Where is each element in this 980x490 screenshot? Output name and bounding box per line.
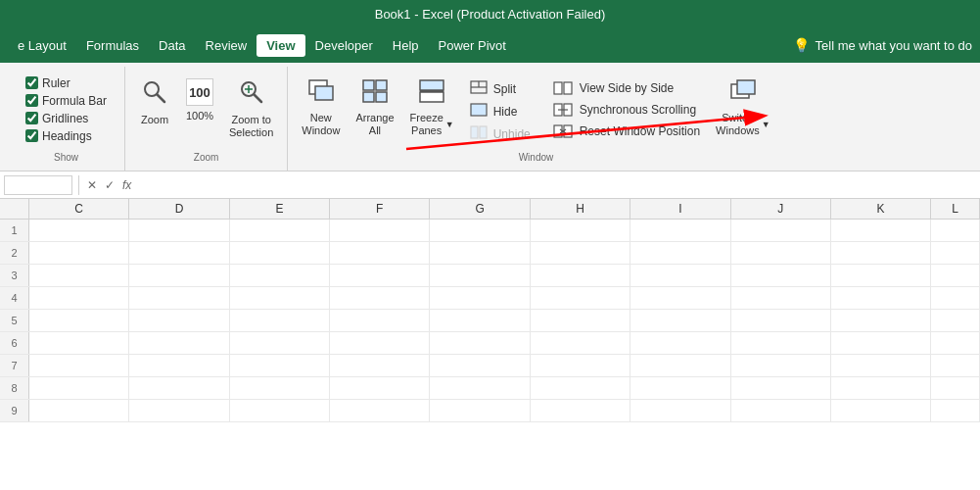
cell[interactable]	[430, 265, 530, 286]
formula-bar-checkbox[interactable]: Formula Bar	[25, 94, 107, 108]
cell[interactable]	[129, 377, 229, 399]
cell[interactable]	[630, 400, 730, 421]
cell[interactable]	[330, 220, 430, 241]
cell[interactable]	[230, 332, 330, 354]
cancel-icon[interactable]: ✕	[85, 178, 99, 192]
cell[interactable]	[29, 400, 129, 421]
cell[interactable]	[330, 400, 430, 421]
hide-button[interactable]: Hide	[464, 101, 542, 122]
view-side-by-side-button[interactable]: View Side by Side	[546, 78, 706, 98]
cell[interactable]	[931, 265, 980, 286]
cell[interactable]	[230, 287, 330, 309]
cell[interactable]	[831, 377, 931, 399]
cell[interactable]	[731, 242, 831, 264]
cell[interactable]	[129, 355, 229, 376]
cell[interactable]	[330, 310, 430, 331]
ruler-checkbox[interactable]: Ruler	[25, 76, 107, 90]
cell[interactable]	[630, 265, 730, 286]
cell[interactable]	[430, 377, 530, 399]
cell[interactable]	[330, 332, 430, 354]
cell[interactable]	[731, 287, 831, 309]
cell[interactable]	[831, 287, 931, 309]
zoom-button[interactable]: Zoom	[133, 74, 176, 130]
cell[interactable]	[129, 287, 229, 309]
cell[interactable]	[29, 242, 129, 264]
menu-item-review[interactable]: Review	[196, 34, 257, 57]
cell[interactable]	[430, 310, 530, 331]
cell[interactable]	[531, 220, 630, 241]
cell[interactable]	[430, 242, 530, 264]
cell[interactable]	[731, 265, 831, 286]
cell[interactable]	[931, 377, 980, 399]
cell[interactable]	[630, 355, 730, 376]
reset-window-position-button[interactable]: Reset Window Position	[546, 122, 706, 141]
cell[interactable]	[531, 377, 630, 399]
cell[interactable]	[630, 242, 730, 264]
cell[interactable]	[330, 287, 430, 309]
cell[interactable]	[330, 265, 430, 286]
cell[interactable]	[330, 355, 430, 376]
cell[interactable]	[230, 310, 330, 331]
cell[interactable]	[129, 332, 229, 354]
cell[interactable]	[29, 332, 129, 354]
arrange-all-button[interactable]: Arrange All	[350, 74, 399, 141]
switch-windows-button[interactable]: Switch Windows ▼	[710, 74, 776, 141]
headings-checkbox[interactable]: Headings	[25, 129, 107, 143]
new-window-button[interactable]: New Window	[296, 74, 346, 141]
split-button[interactable]: Split	[464, 78, 542, 99]
formula-input[interactable]	[137, 178, 976, 192]
cell[interactable]	[831, 332, 931, 354]
name-box[interactable]	[4, 175, 72, 195]
cell[interactable]	[731, 220, 831, 241]
cell[interactable]	[29, 265, 129, 286]
cell[interactable]	[430, 400, 530, 421]
gridlines-checkbox[interactable]: Gridlines	[25, 112, 107, 125]
cell[interactable]	[129, 220, 229, 241]
zoom-selection-button[interactable]: Zoom to Selection	[223, 74, 279, 143]
function-icon[interactable]: fx	[120, 178, 133, 192]
cell[interactable]	[230, 355, 330, 376]
menu-item-formulas[interactable]: Formulas	[76, 34, 149, 57]
cell[interactable]	[230, 242, 330, 264]
cell[interactable]	[129, 400, 229, 421]
cell[interactable]	[430, 355, 530, 376]
cell[interactable]	[330, 242, 430, 264]
cell[interactable]	[831, 400, 931, 421]
cell[interactable]	[831, 242, 931, 264]
menu-item-help[interactable]: Help	[383, 34, 429, 57]
cell[interactable]	[531, 287, 630, 309]
cell[interactable]	[531, 355, 630, 376]
cell[interactable]	[731, 310, 831, 331]
tell-me-search[interactable]: 💡 Tell me what you want to do	[793, 37, 972, 53]
cell[interactable]	[129, 242, 229, 264]
menu-item-data[interactable]: Data	[149, 34, 195, 57]
confirm-icon[interactable]: ✓	[103, 178, 117, 192]
cell[interactable]	[330, 377, 430, 399]
cell[interactable]	[29, 310, 129, 331]
cell[interactable]	[731, 377, 831, 399]
cell[interactable]	[931, 287, 980, 309]
cell[interactable]	[230, 400, 330, 421]
cell[interactable]	[831, 265, 931, 286]
cell[interactable]	[29, 377, 129, 399]
cell[interactable]	[230, 377, 330, 399]
cell[interactable]	[531, 310, 630, 331]
cell[interactable]	[430, 287, 530, 309]
cell[interactable]	[531, 242, 630, 264]
unhide-button[interactable]: Unhide	[464, 123, 542, 144]
cell[interactable]	[630, 220, 730, 241]
cell[interactable]	[931, 220, 980, 241]
cell[interactable]	[931, 310, 980, 331]
cell[interactable]	[831, 355, 931, 376]
zoom-100-button[interactable]: 100 100%	[178, 74, 221, 126]
cell[interactable]	[931, 355, 980, 376]
cell[interactable]	[731, 332, 831, 354]
cell[interactable]	[129, 265, 229, 286]
menu-item-e-layout[interactable]: e Layout	[8, 34, 76, 57]
cell[interactable]	[230, 265, 330, 286]
cell[interactable]	[630, 310, 730, 331]
menu-item-view[interactable]: View	[257, 34, 304, 57]
menu-item-developer[interactable]: Developer	[305, 34, 383, 57]
cell[interactable]	[831, 310, 931, 331]
menu-item-power-pivot[interactable]: Power Pivot	[429, 34, 516, 57]
